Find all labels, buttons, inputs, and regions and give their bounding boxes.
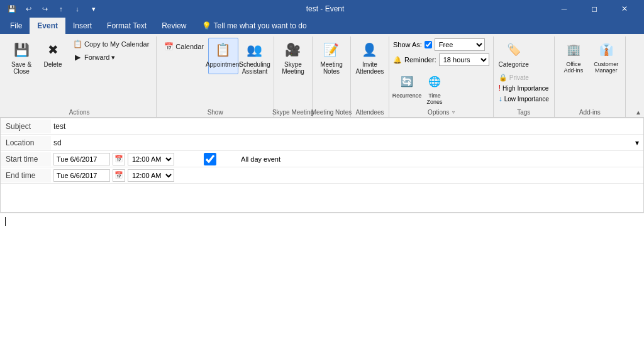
ribbon-collapse-button[interactable]: ▲: [635, 109, 641, 116]
show-as-row: Show As: Free Tentative Busy Out of Offi…: [393, 38, 485, 52]
form-area: Subject Location ▾ Start time 📅 12:00 AM…: [0, 118, 644, 213]
tags-label: Tags: [517, 109, 530, 116]
tab-insert[interactable]: Insert: [65, 18, 99, 34]
options-expand-icon[interactable]: ▿: [452, 109, 455, 115]
tab-format-text[interactable]: Format Text: [99, 18, 154, 34]
high-importance-icon: !: [499, 84, 501, 92]
subject-input[interactable]: [51, 119, 643, 134]
calendar-view-button[interactable]: 📅 Calendar: [160, 40, 207, 53]
end-time-select[interactable]: 12:00 AM: [128, 169, 174, 182]
actions-content: 💾 Save &Close ✖ Delete 📋 Copy to My Cale…: [6, 36, 152, 87]
scheduling-icon: 👥: [245, 40, 265, 60]
qat-redo-button[interactable]: ↪: [38, 2, 52, 16]
private-importance-group: 🔒 Private ! High Importance ↓ Low Import…: [497, 73, 550, 104]
recurrence-button[interactable]: 🔄 Recurrence: [393, 69, 421, 107]
tab-tell-me[interactable]: 💡 Tell me what you want to do: [194, 18, 314, 34]
qat-undo-button[interactable]: ↩: [21, 2, 35, 16]
office-addins-button[interactable]: 🏢 OfficeAdd-ins: [558, 38, 589, 75]
addins-content: 🏢 OfficeAdd-ins 👔 CustomerManager: [558, 36, 621, 86]
tab-review[interactable]: Review: [154, 18, 194, 34]
recurrence-timezone-row: 🔄 Recurrence 🌐 TimeZones: [393, 68, 447, 107]
title-bar: 💾 ↩ ↪ ↑ ↓ ▾ test - Event ─ ◻ ✕: [0, 0, 644, 18]
show-as-label: Show As:: [393, 41, 422, 48]
show-as-checkbox[interactable]: [425, 41, 432, 48]
ribbon-group-options: Show As: Free Tentative Busy Out of Offi…: [389, 36, 494, 117]
qat-up-button[interactable]: ↑: [54, 2, 68, 16]
high-importance-item[interactable]: ! High Importance: [497, 83, 550, 93]
ribbon-group-tags: 🏷️ Categorize 🔒 Private ! High Importanc…: [494, 36, 555, 117]
location-dropdown-button[interactable]: ▾: [631, 137, 643, 149]
minimize-button[interactable]: ─: [550, 0, 579, 18]
window-title: test - Event: [101, 4, 550, 13]
calendar-copy-icon: 📋: [72, 39, 82, 49]
reminder-bell-icon: 🔔: [393, 56, 402, 64]
copy-to-calendar-button[interactable]: 📋 Copy to My Calendar: [69, 38, 152, 50]
ribbon: 💾 Save &Close ✖ Delete 📋 Copy to My Cale…: [0, 34, 644, 118]
tab-file[interactable]: File: [3, 18, 30, 34]
start-time-row: Start time 📅 12:00 AM All day event: [1, 151, 643, 167]
delete-icon: ✖: [43, 40, 63, 60]
qat-save-button[interactable]: 💾: [5, 2, 19, 16]
scheduling-button[interactable]: 👥 SchedulingAssistant: [240, 38, 270, 77]
start-time-select[interactable]: 12:00 AM: [128, 153, 174, 165]
meeting-notes-button[interactable]: 📝 MeetingNotes: [316, 38, 347, 77]
allday-checkbox[interactable]: [182, 153, 238, 165]
show-label: Show: [208, 109, 223, 116]
location-row: Location ▾: [1, 135, 643, 151]
forward-icon: ▶: [72, 52, 82, 62]
low-importance-item[interactable]: ↓ Low Importance: [497, 94, 550, 104]
end-datetime: 📅 12:00 AM: [51, 168, 177, 183]
ribbon-group-actions: 💾 Save &Close ✖ Delete 📋 Copy to My Cale…: [3, 36, 157, 117]
event-body[interactable]: [0, 213, 644, 346]
window-controls: ─ ◻ ✕: [550, 0, 639, 18]
time-zones-button[interactable]: 🌐 TimeZones: [422, 69, 447, 107]
start-date-input[interactable]: [53, 153, 110, 165]
start-date-calendar-button[interactable]: 📅: [113, 153, 125, 165]
appointment-button[interactable]: 📋 Appointment: [208, 38, 238, 74]
categorize-button[interactable]: 🏷️ Categorize: [497, 38, 530, 72]
allday-container: All day event: [182, 153, 280, 165]
private-item[interactable]: 🔒 Private: [497, 73, 550, 82]
show-as-select[interactable]: Free Tentative Busy Out of Office: [435, 38, 485, 51]
text-cursor: [5, 217, 6, 226]
lock-icon: 🔒: [499, 74, 508, 82]
attendees-label: Attendees: [355, 109, 384, 116]
tab-event[interactable]: Event: [30, 18, 65, 34]
office-addins-icon: 🏢: [564, 40, 584, 60]
skype-icon: 🎥: [283, 40, 303, 60]
invite-attendees-button[interactable]: 👤 InviteAttendees: [355, 38, 385, 77]
maximize-button[interactable]: ◻: [580, 0, 609, 18]
end-time-label: End time: [1, 169, 51, 182]
subject-row: Subject: [1, 118, 643, 135]
addins-label: Add-ins: [579, 109, 601, 116]
customer-manager-button[interactable]: 👔 CustomerManager: [591, 38, 621, 75]
attendees-content: 👤 InviteAttendees: [355, 36, 385, 87]
main-content: Subject Location ▾ Start time 📅 12:00 AM…: [0, 118, 644, 346]
save-close-button[interactable]: 💾 Save &Close: [6, 38, 36, 77]
allday-label: All day event: [241, 155, 280, 163]
start-time-label: Start time: [1, 152, 51, 166]
show-btn-group: 📅 Calendar: [160, 38, 207, 53]
delete-button[interactable]: ✖ Delete: [38, 38, 68, 74]
qat-more-button[interactable]: ▾: [87, 2, 101, 16]
quick-access-toolbar: 💾 ↩ ↪ ↑ ↓ ▾: [5, 2, 101, 16]
end-date-input[interactable]: [53, 169, 110, 182]
lightbulb-icon: 💡: [202, 21, 211, 30]
reminder-label: Reminder:: [404, 56, 436, 64]
reminder-select[interactable]: None 0 minutes 5 minutes 15 minutes 18 h…: [439, 53, 489, 66]
skype-label: Skype Meeting: [272, 109, 314, 116]
show-content: 📅 Calendar 📋 Appointment 👥 SchedulingAss…: [160, 36, 270, 87]
notes-icon: 📝: [321, 40, 341, 60]
notes-content: 📝 MeetingNotes: [316, 36, 347, 87]
invite-icon: 👤: [360, 40, 380, 60]
start-datetime: 📅 12:00 AM All day event: [51, 152, 283, 167]
qat-down-button[interactable]: ↓: [70, 2, 84, 16]
end-time-row: End time 📅 12:00 AM: [1, 167, 643, 184]
skype-meeting-button[interactable]: 🎥 SkypeMeeting: [278, 38, 308, 77]
ribbon-group-show: 📅 Calendar 📋 Appointment 👥 SchedulingAss…: [157, 36, 274, 117]
close-button[interactable]: ✕: [610, 0, 639, 18]
forward-button[interactable]: ▶ Forward ▾: [69, 51, 118, 64]
location-input[interactable]: [51, 135, 631, 150]
end-date-calendar-button[interactable]: 📅: [113, 169, 125, 182]
ribbon-group-notes: 📝 MeetingNotes Meeting Notes: [313, 36, 351, 117]
